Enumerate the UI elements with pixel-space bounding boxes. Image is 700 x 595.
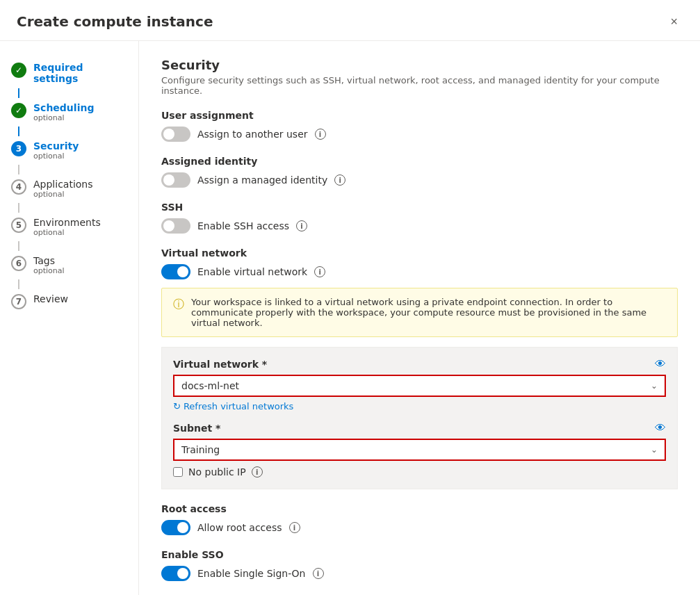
ssh-toggle[interactable] bbox=[161, 218, 190, 234]
managed-identity-info-icon[interactable]: i bbox=[334, 174, 345, 186]
sso-group: Enable SSO Enable Single Sign-On i bbox=[161, 549, 678, 581]
section-title: Security bbox=[161, 58, 678, 72]
sidebar-item-environments[interactable]: 5 Environments optional bbox=[0, 213, 138, 241]
ssh-group: SSH Enable SSH access i bbox=[161, 202, 678, 234]
step-icon-applications: 4 bbox=[11, 179, 26, 195]
ssh-toggle-thumb bbox=[163, 220, 174, 231]
sidebar-sub-tags: optional bbox=[33, 266, 65, 275]
step-connector-3 bbox=[18, 165, 19, 174]
step-icon-scheduling: ✓ bbox=[11, 103, 26, 118]
assign-user-toggle[interactable] bbox=[161, 127, 190, 142]
root-access-group: Root access Allow root access i bbox=[161, 503, 678, 535]
refresh-icon: ↻ bbox=[173, 401, 181, 411]
ssh-info-icon[interactable]: i bbox=[296, 220, 307, 231]
refresh-vnet-link[interactable]: ↻ Refresh virtual networks bbox=[173, 401, 666, 411]
root-access-toggle-track[interactable] bbox=[161, 520, 190, 535]
sso-toggle-track[interactable] bbox=[161, 566, 190, 581]
section-desc: Configure security settings such as SSH,… bbox=[161, 75, 678, 96]
vnet-warning-box: ⓘ Your workspace is linked to a virtual … bbox=[161, 288, 678, 337]
step-icon-tags: 6 bbox=[11, 256, 26, 271]
root-access-toggle-label: Allow root access bbox=[197, 522, 282, 533]
no-public-ip-label[interactable]: No public IP bbox=[188, 466, 246, 478]
sidebar-sub-scheduling: optional bbox=[33, 113, 94, 122]
step-icon-review: 7 bbox=[11, 294, 26, 309]
subnet-dropdown-chevron: ⌄ bbox=[651, 445, 658, 455]
assign-user-toggle-label: Assign to another user bbox=[197, 129, 308, 140]
sidebar-sub-applications: optional bbox=[33, 190, 93, 199]
sidebar-label-security: Security bbox=[33, 140, 79, 152]
vnet-toggle-thumb bbox=[177, 266, 188, 277]
sidebar-item-scheduling[interactable]: ✓ Scheduling optional bbox=[0, 98, 138, 127]
vnet-info-icon[interactable]: i bbox=[314, 266, 325, 277]
sidebar-sub-security: optional bbox=[33, 152, 79, 161]
sidebar-item-required-settings[interactable]: ✓ Required settings bbox=[0, 58, 138, 88]
sso-toggle[interactable] bbox=[161, 566, 190, 581]
sidebar-label-environments: Environments bbox=[33, 217, 101, 228]
refresh-vnet-label: Refresh virtual networks bbox=[184, 401, 294, 411]
subnet-dropdown-label: Subnet * bbox=[173, 423, 220, 434]
vnet-toggle-track[interactable] bbox=[161, 264, 190, 279]
sso-info-icon[interactable]: i bbox=[313, 568, 324, 579]
step-icon-security: 3 bbox=[11, 141, 26, 156]
assign-user-info-icon[interactable]: i bbox=[315, 129, 326, 140]
root-access-toggle-thumb bbox=[177, 522, 188, 533]
create-compute-dialog: Create compute instance × ✓ Required set… bbox=[0, 0, 700, 595]
no-public-ip-info-icon[interactable]: i bbox=[252, 466, 263, 478]
root-access-toggle[interactable] bbox=[161, 520, 190, 535]
no-public-ip-row: No public IP i bbox=[173, 466, 666, 478]
warning-icon: ⓘ bbox=[173, 298, 184, 328]
managed-identity-toggle-label: Assign a managed identity bbox=[197, 174, 327, 186]
virtual-network-label: Virtual network bbox=[161, 247, 678, 259]
ssh-toggle-label: Enable SSH access bbox=[197, 220, 289, 231]
vnet-eye-icon[interactable]: 👁 bbox=[655, 357, 666, 370]
vnet-toggle[interactable] bbox=[161, 264, 190, 279]
sidebar-item-applications[interactable]: 4 Applications optional bbox=[0, 174, 138, 203]
ssh-label: SSH bbox=[161, 202, 678, 213]
root-access-label: Root access bbox=[161, 503, 678, 514]
root-access-info-icon[interactable]: i bbox=[289, 522, 300, 533]
vnet-toggle-label: Enable virtual network bbox=[197, 266, 307, 277]
sidebar: ✓ Required settings ✓ Scheduling optiona… bbox=[0, 41, 139, 595]
subnet-eye-icon[interactable]: 👁 bbox=[655, 421, 666, 434]
no-public-ip-checkbox[interactable] bbox=[173, 467, 183, 477]
subnet-dropdown-value: Training bbox=[181, 444, 220, 455]
sidebar-label-scheduling: Scheduling bbox=[33, 102, 94, 113]
step-connector-1 bbox=[18, 88, 19, 98]
dialog-body: ✓ Required settings ✓ Scheduling optiona… bbox=[0, 41, 700, 595]
vnet-dropdown-chevron: ⌄ bbox=[651, 381, 658, 391]
subnet-dropdown[interactable]: Training ⌄ bbox=[173, 439, 666, 461]
sidebar-label-applications: Applications bbox=[33, 179, 93, 190]
sso-label: Enable SSO bbox=[161, 549, 678, 560]
step-connector-6 bbox=[18, 279, 19, 289]
sidebar-label-review: Review bbox=[33, 293, 68, 304]
sidebar-item-security[interactable]: 3 Security optional bbox=[0, 136, 138, 165]
step-icon-environments: 5 bbox=[11, 218, 26, 233]
close-button[interactable]: × bbox=[665, 13, 683, 31]
vnet-dropdown[interactable]: docs-ml-net ⌄ bbox=[173, 375, 666, 397]
sso-toggle-thumb bbox=[177, 568, 188, 579]
vnet-dropdown-label: Virtual network * bbox=[173, 359, 267, 370]
managed-identity-toggle-thumb bbox=[163, 174, 174, 186]
sso-toggle-label: Enable Single Sign-On bbox=[197, 568, 306, 579]
managed-identity-toggle-track[interactable] bbox=[161, 172, 190, 188]
main-content: Security Configure security settings suc… bbox=[139, 41, 700, 595]
managed-identity-toggle[interactable] bbox=[161, 172, 190, 188]
assigned-identity-label: Assigned identity bbox=[161, 156, 678, 167]
dialog-title: Create compute instance bbox=[17, 13, 213, 30]
step-connector-5 bbox=[18, 241, 19, 251]
sidebar-item-tags[interactable]: 6 Tags optional bbox=[0, 251, 138, 279]
assign-user-toggle-track[interactable] bbox=[161, 127, 190, 142]
step-connector-2 bbox=[18, 127, 19, 136]
ssh-toggle-track[interactable] bbox=[161, 218, 190, 234]
sidebar-label-required-settings: Required settings bbox=[33, 62, 127, 84]
sidebar-item-review[interactable]: 7 Review bbox=[0, 289, 138, 313]
assigned-identity-group: Assigned identity Assign a managed ident… bbox=[161, 156, 678, 188]
sidebar-sub-environments: optional bbox=[33, 228, 101, 237]
vnet-warning-text: Your workspace is linked to a virtual ne… bbox=[191, 297, 666, 328]
vnet-dropdown-value: docs-ml-net bbox=[181, 380, 239, 391]
step-icon-required-settings: ✓ bbox=[11, 63, 26, 78]
step-connector-4 bbox=[18, 203, 19, 213]
dialog-header: Create compute instance × bbox=[0, 0, 700, 41]
user-assignment-label: User assignment bbox=[161, 110, 678, 121]
assign-user-toggle-thumb bbox=[163, 129, 174, 140]
